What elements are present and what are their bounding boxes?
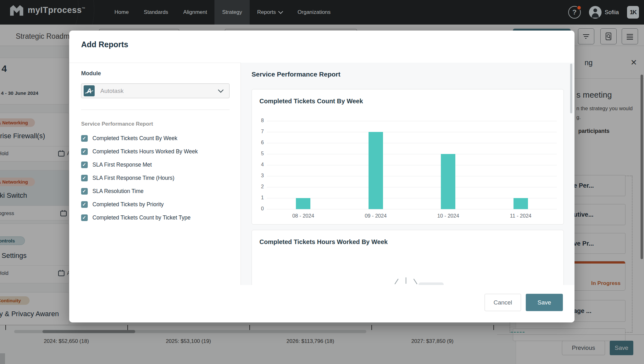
notification-dot <box>577 5 581 10</box>
chart-x-label: 11 - 2024 <box>499 213 543 219</box>
chart-y-tick: 6 <box>256 140 264 145</box>
checkbox-row[interactable]: Completed Tickets by Priority <box>81 198 238 211</box>
chart-card-hours-worked: Completed Tickets Hours Worked By Week <box>252 230 564 285</box>
checkbox-checked-icon[interactable] <box>81 214 88 221</box>
chart-y-tick: 0 <box>256 206 264 212</box>
chart-gridline <box>267 132 557 132</box>
chart-title: Completed Tickets Count By Week <box>259 98 363 105</box>
chart-y-tick: 2 <box>256 184 264 190</box>
nav-item-reports-label: Reports <box>257 9 276 15</box>
checkbox-checked-icon[interactable] <box>81 162 88 168</box>
chart-x-label: 09 - 2024 <box>354 213 398 219</box>
chart-x-labels: 08 - 202409 - 202410 - 202411 - 2024 <box>267 213 557 220</box>
chart-bar <box>441 154 455 209</box>
chart-y-tick: 8 <box>256 118 264 123</box>
chevron-down-icon <box>278 9 283 14</box>
question-glyph: ? <box>572 8 576 16</box>
report-preview-heading: Service Performance Report <box>252 71 340 78</box>
checkbox-label: Completed Tickets Hours Worked By Week <box>92 148 198 155</box>
loading-spinner-icon <box>406 277 406 284</box>
loading-spinner-icon <box>414 279 418 284</box>
nav-item-home[interactable]: Home <box>107 0 136 25</box>
checkbox-checked-icon[interactable] <box>81 201 88 208</box>
checkbox-label: SLA First Response Time (Hours) <box>92 175 175 181</box>
loading-spinner-icon <box>395 279 399 284</box>
user-menu[interactable]: Sofiia <box>589 6 619 19</box>
chart-gridline <box>267 176 557 176</box>
save-button[interactable]: Save <box>526 294 563 311</box>
checkbox-row[interactable]: SLA First Response Time (Hours) <box>81 171 238 185</box>
checkbox-checked-icon[interactable] <box>81 188 88 195</box>
report-section-label: Service Performance Report <box>81 121 153 127</box>
chart-plot: 876543210 <box>267 121 557 209</box>
checkbox-checked-icon[interactable] <box>81 135 88 142</box>
nav-item-strategy[interactable]: Strategy <box>214 0 249 25</box>
chart-bar <box>369 132 383 209</box>
chart-y-tick: 7 <box>256 129 264 134</box>
checkbox-label: SLA Resolution Time <box>92 188 143 195</box>
left-divider <box>81 110 230 110</box>
nav-right-cluster: ? Sofiia 1K <box>568 0 639 25</box>
myitprocess-logo-icon <box>9 4 24 16</box>
chart-y-tick: 4 <box>256 162 264 168</box>
report-preview-area: Service Performance Report Completed Tic… <box>241 63 575 285</box>
brand[interactable]: myITprocess™ <box>9 4 86 16</box>
brand-name: myITprocess™ <box>28 5 86 15</box>
help-icon[interactable]: ? <box>568 6 581 19</box>
autotask-icon: A <box>84 85 95 96</box>
trademark: ™ <box>82 7 86 10</box>
checkbox-label: Completed Tickets by Priority <box>92 201 164 208</box>
chart-bar <box>514 198 528 209</box>
avatar <box>589 6 602 19</box>
chevron-down-icon <box>218 89 224 93</box>
chart-gridline <box>267 121 557 121</box>
checkbox-row[interactable]: Completed Tickets Count by Ticket Type <box>81 211 238 224</box>
loading-placeholder <box>419 282 444 285</box>
report-checkbox-list: Completed Tickets Count By Week Complete… <box>81 132 238 224</box>
chart-bar <box>296 198 310 209</box>
chart-gridline <box>267 187 557 187</box>
chart-x-label: 10 - 2024 <box>426 213 470 219</box>
modal-scrollbar-thumb[interactable] <box>570 64 572 113</box>
checkbox-row[interactable]: Completed Tickets Count By Week <box>81 132 238 145</box>
module-label: Module <box>81 70 101 77</box>
checkbox-row[interactable]: Completed Tickets Hours Worked By Week <box>81 145 238 158</box>
modal-title: Add Reports <box>81 40 128 49</box>
checkbox-checked-icon[interactable] <box>81 175 88 181</box>
chart-y-tick: 1 <box>256 195 264 201</box>
module-dropdown[interactable]: A Autotask <box>81 83 230 98</box>
add-reports-modal: Add Reports Module A Autotask Service Pe… <box>69 31 575 322</box>
chart-x-label: 08 - 2024 <box>281 213 325 219</box>
cancel-button[interactable]: Cancel <box>485 294 521 311</box>
chart-y-tick: 5 <box>256 151 264 156</box>
module-dropdown-value: Autotask <box>100 88 124 94</box>
checkbox-row[interactable]: SLA First Response Met <box>81 158 238 171</box>
checkbox-label: Completed Tickets Count By Week <box>92 135 177 142</box>
checkbox-label: SLA First Response Met <box>92 162 152 168</box>
nav-menu: Home Standards Alignment Strategy Report… <box>107 0 338 25</box>
chart-card-tickets-count: Completed Tickets Count By Week 87654321… <box>252 89 564 225</box>
nav-item-reports[interactable]: Reports <box>250 0 290 25</box>
modal-footer: Cancel Save <box>69 285 575 322</box>
nav-item-standards[interactable]: Standards <box>136 0 176 25</box>
nav-item-organizations[interactable]: Organizations <box>290 0 338 25</box>
chart-y-tick: 3 <box>256 173 264 179</box>
checkbox-row[interactable]: SLA Resolution Time <box>81 185 238 198</box>
checkbox-checked-icon[interactable] <box>81 148 88 155</box>
checkbox-label: Completed Tickets Count by Ticket Type <box>92 214 191 221</box>
nav-item-alignment[interactable]: Alignment <box>176 0 215 25</box>
chart-gridline <box>267 154 557 154</box>
user-name: Sofiia <box>605 9 619 16</box>
chart-gridline <box>267 143 557 143</box>
chart-title: Completed Tickets Hours Worked By Week <box>259 238 388 246</box>
chart-gridline <box>267 165 557 165</box>
kaseya-logo-button[interactable]: 1K <box>627 6 639 19</box>
top-nav: myITprocess™ Home Standards Alignment St… <box>0 0 644 25</box>
chart-gridline <box>267 209 557 209</box>
